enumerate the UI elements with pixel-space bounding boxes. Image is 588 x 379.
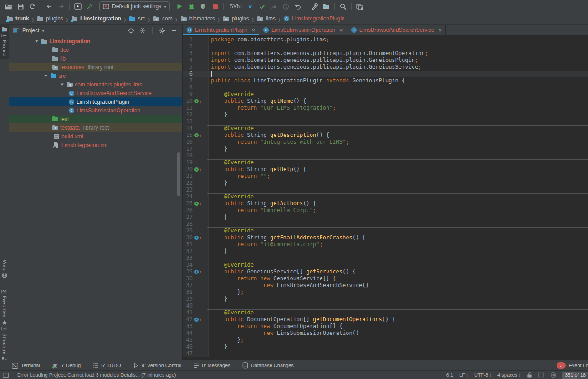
project-structure-button[interactable] <box>320 1 332 12</box>
breadcrumb-item-limsintegrationplugin[interactable]: CLimsIntegrationPlugin <box>282 15 345 22</box>
code-line[interactable]: 10↑ public String getName() { <box>183 98 588 105</box>
tree-item-test[interactable]: test <box>9 115 182 123</box>
panel-settings-gear-icon[interactable] <box>158 26 167 35</box>
locate-file-button[interactable] <box>126 26 135 35</box>
tree-item-limsintegration-iml[interactable]: LimsIntegration.iml <box>9 141 182 149</box>
run-button[interactable] <box>174 1 185 12</box>
synchronize-button[interactable] <box>26 1 38 12</box>
breadcrumb-item-trunk[interactable]: trunk <box>5 15 30 22</box>
tree-item-resources[interactable]: resourceslibrary root <box>9 63 182 71</box>
tool-stripe-structure[interactable]: 7: Structure <box>0 325 9 364</box>
tool-stripe-web[interactable]: Web <box>0 258 9 280</box>
code-line[interactable]: 30↑ public String getEmailAddressForCras… <box>183 234 588 241</box>
sync-settings-button[interactable] <box>354 1 366 12</box>
show-run-window-button[interactable] <box>72 1 84 12</box>
code-line[interactable]: 28 <box>183 221 588 227</box>
gutter[interactable]: ↑ <box>193 98 209 105</box>
overriding-method-icon[interactable] <box>194 167 199 172</box>
code-line[interactable]: 41 @Override <box>183 309 588 316</box>
overriding-method-icon[interactable] <box>194 133 199 137</box>
code-line[interactable]: 21 return ""; <box>183 173 588 180</box>
expand-arrow-icon[interactable] <box>44 74 50 78</box>
tree-item-com-biomatters-plugins-lims[interactable]: com.biomatters.plugins.lims <box>9 80 182 89</box>
overriding-method-icon[interactable] <box>194 318 199 322</box>
code-line[interactable]: 40 <box>183 303 588 309</box>
breadcrumb-item-plugins[interactable]: plugins <box>222 15 250 22</box>
gutter[interactable]: ↑ <box>193 234 209 241</box>
search-everywhere-button[interactable] <box>337 1 349 12</box>
tree-item-limsintegration[interactable]: LimsIntegration <box>9 37 182 45</box>
tree-item-limsbrowseandsearchservice[interactable]: CLimsBrowseAndSearchService <box>9 89 182 97</box>
encoding-widget[interactable]: UTF-8↕ <box>474 372 491 378</box>
collapse-all-button[interactable] <box>138 26 147 35</box>
breadcrumb-item-lims[interactable]: lims <box>256 15 276 22</box>
tab-limssubmissionoperation[interactable]: CLimsSubmissionOperation× <box>259 25 347 35</box>
settings-wrench-button[interactable] <box>308 1 320 12</box>
code-line[interactable]: 42↑ public DocumentOperation[] getDocume… <box>183 316 588 323</box>
debug-button[interactable] <box>185 1 197 12</box>
breadcrumb-item-src[interactable]: src <box>128 15 146 22</box>
code-line[interactable]: 37 new LimsBrowseAndSearchService() <box>183 282 588 289</box>
code-line[interactable]: 5import com.biomatters.geneious.publicap… <box>183 64 588 71</box>
tree-item-src[interactable]: src <box>9 71 182 80</box>
code-line[interactable]: 26 return "Umbrella Corp."; <box>183 207 588 214</box>
code-line[interactable]: 32 } <box>183 248 588 255</box>
code-line[interactable]: 44 new LimsSubmissionOperation() <box>183 330 588 337</box>
toolwindow-button-0-messages[interactable]: 0: Messages <box>193 363 230 368</box>
code-line[interactable]: 9 @Override <box>183 91 588 98</box>
toolwindow-button-terminal[interactable]: Terminal <box>12 363 40 369</box>
code-line[interactable]: 33 <box>183 255 588 262</box>
tree-item-limssubmissionoperation[interactable]: CLimsSubmissionOperation <box>9 106 182 115</box>
code-line[interactable]: 34 @Override <box>183 262 588 268</box>
breadcrumb-item-plugins[interactable]: plugins <box>36 15 64 22</box>
status-message[interactable]: Error Loading Project: Cannot load 3 mod… <box>17 372 176 378</box>
open-folder-button[interactable] <box>3 1 15 12</box>
panel-scrollbar-thumb[interactable] <box>177 152 180 196</box>
code-line[interactable]: 7public class LimsIntegrationPlugin exte… <box>183 77 588 84</box>
tree-item-testdata[interactable]: testdatalibrary root <box>9 123 182 132</box>
back-arrow-button[interactable] <box>43 1 55 12</box>
commit-changes-button[interactable] <box>256 1 268 12</box>
code-line[interactable]: 22 } <box>183 180 588 187</box>
tool-stripe-favorites[interactable]: 2: Favorites <box>0 288 9 328</box>
gutter[interactable]: ↑ <box>193 166 209 173</box>
tree-item-build-xml[interactable]: build.xml <box>9 132 182 141</box>
caret-position-widget[interactable]: 6:1 <box>446 372 453 378</box>
code-line[interactable]: 35↑ public GeneiousService[] getServices… <box>183 268 588 275</box>
build-hammer-button[interactable] <box>84 1 96 12</box>
tool-stripe-project[interactable]: 1: Project <box>0 25 9 59</box>
hector-inspector-icon[interactable] <box>550 372 557 378</box>
close-icon[interactable]: × <box>339 27 343 33</box>
overriding-method-icon[interactable] <box>194 236 199 240</box>
code-line[interactable]: 20↑ public String getHelp() { <box>183 166 588 173</box>
tree-item-lib[interactable]: lib <box>9 54 182 63</box>
panel-title[interactable]: Project <box>22 27 39 34</box>
close-icon[interactable]: × <box>438 27 442 33</box>
forward-arrow-button[interactable] <box>55 1 67 12</box>
code-line[interactable]: 18 <box>183 152 588 159</box>
memory-indicator[interactable]: 351 of 18 <box>562 372 588 379</box>
toolwindow-button-5-debug[interactable]: 5: Debug <box>52 363 81 369</box>
code-line[interactable]: 38 }; <box>183 289 588 296</box>
code-line[interactable]: 6 <box>183 71 588 77</box>
stop-button[interactable] <box>209 1 221 12</box>
code-line[interactable]: 16 return "Integrates with our LIMS"; <box>183 139 588 146</box>
code-line[interactable]: 8 <box>183 84 588 91</box>
code-line[interactable]: 25↑ public String getAuthors() { <box>183 200 588 207</box>
unlock-icon[interactable] <box>527 372 532 378</box>
code-line[interactable]: 14 @Override <box>183 125 588 132</box>
toolwindow-button-9-version-control[interactable]: 9: Version Control <box>133 363 181 369</box>
close-icon[interactable]: × <box>251 27 255 33</box>
code-line[interactable]: 17 } <box>183 146 588 152</box>
tree-item-doc[interactable]: doc <box>9 45 182 54</box>
tree-item-limsintegrationplugin[interactable]: CLimsIntegrationPlugin <box>9 97 182 106</box>
project-views-icon[interactable] <box>13 27 20 34</box>
overriding-method-icon[interactable] <box>194 99 199 103</box>
code-line[interactable]: 4import com.biomatters.geneious.publicap… <box>183 57 588 64</box>
breadcrumb-item-com[interactable]: com <box>152 15 174 22</box>
code-line[interactable]: 39 } <box>183 296 588 303</box>
toolwindow-toggle-icon[interactable] <box>3 372 9 378</box>
event-log-button[interactable]: 3 Event Log <box>557 360 588 370</box>
code-line[interactable]: 29 @Override <box>183 227 588 234</box>
update-project-button[interactable] <box>244 1 256 12</box>
